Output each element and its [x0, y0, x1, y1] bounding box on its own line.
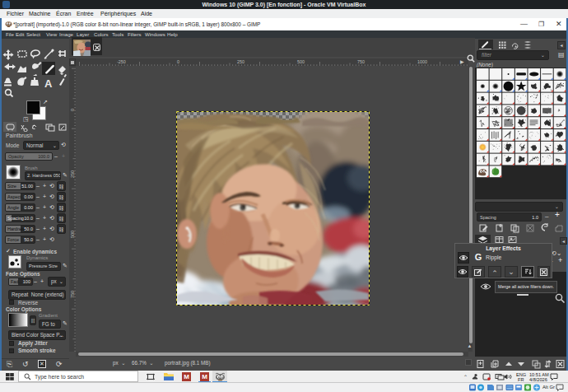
svg-text:A: A: [44, 77, 53, 90]
